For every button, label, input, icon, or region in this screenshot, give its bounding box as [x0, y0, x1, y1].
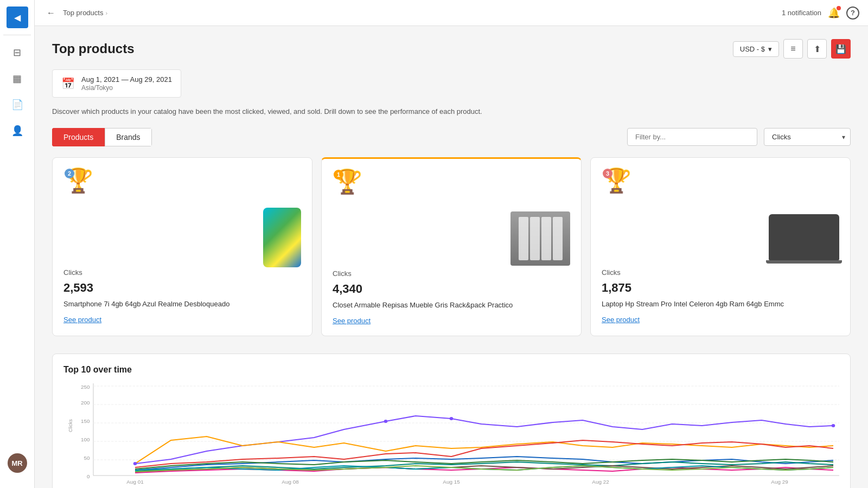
product-card-rank2: 🏆 2 Clicks 2,593 Smartphone 7i 4gb 64gb …	[52, 157, 312, 336]
chart-title: Top 10 over time	[63, 365, 839, 375]
svg-point-21	[450, 417, 454, 420]
sidebar-item-grid[interactable]: ▦	[7, 68, 28, 89]
svg-text:Aug 01: Aug 01	[126, 479, 143, 484]
save-icon: 💾	[835, 44, 846, 54]
metric-value-2: 2,593	[63, 281, 301, 295]
product-image-laptop	[769, 214, 839, 260]
svg-text:Aug 08: Aug 08	[282, 479, 298, 484]
date-range-text: Aug 1, 2021 — Aug 29, 2021 Asia/Tokyo	[81, 75, 172, 92]
product-image-area-1	[333, 216, 570, 265]
date-range-selector[interactable]: 📅 Aug 1, 2021 — Aug 29, 2021 Asia/Tokyo	[52, 69, 181, 98]
product-card-rank3: 🏆 3 Clicks 1,875 Laptop Hp Stream Pro In…	[590, 157, 851, 336]
save-button[interactable]: 💾	[831, 39, 851, 59]
filter-icon: ≡	[790, 44, 795, 54]
sidebar-item-home[interactable]: ⊟	[7, 42, 28, 63]
filter-button[interactable]: ≡	[783, 39, 803, 59]
chart-container: 0 50 100 150 200 250 Clicks Aug 01 Aug 0…	[63, 383, 839, 488]
back-icon: ←	[47, 8, 55, 18]
metric-value-1: 4,340	[333, 282, 570, 296]
product-image-area-3	[602, 215, 839, 264]
chart-section: Top 10 over time 0 50 100 150 200 250 Cl…	[52, 354, 851, 488]
closet-bar-4	[553, 217, 563, 260]
product-image-closet	[510, 211, 570, 266]
metric-value-3: 1,875	[602, 281, 839, 295]
filter-bar: Products Brands Clicks Views Sales ▾	[52, 128, 851, 146]
sidebar-top-button[interactable]: ◀	[7, 7, 28, 28]
notification-text: 1 notification	[782, 9, 821, 17]
svg-text:50: 50	[84, 455, 90, 460]
svg-text:Clicks: Clicks	[67, 419, 74, 432]
product-image-phone	[263, 208, 301, 267]
content-area: Top products USD - $ ▾ ≡ ⬆ 💾 📅	[35, 26, 868, 488]
tab-products[interactable]: Products	[52, 128, 105, 146]
sidebar-item-reports[interactable]: 📄	[7, 94, 28, 115]
svg-text:200: 200	[81, 400, 90, 405]
page-header: Top products USD - $ ▾ ≡ ⬆ 💾	[52, 39, 851, 59]
page-description: Discover which products in your catalog …	[52, 106, 851, 117]
calendar-icon: 📅	[61, 77, 75, 90]
page-title: Top products	[52, 41, 135, 56]
svg-text:Aug 29: Aug 29	[771, 479, 788, 484]
filter-right: Clicks Views Sales ▾	[627, 128, 851, 146]
avatar[interactable]: MR	[8, 453, 27, 473]
svg-text:0: 0	[87, 473, 90, 479]
rank-badge-3: 3	[603, 169, 612, 178]
export-button[interactable]: ⬆	[807, 39, 827, 59]
svg-point-20	[384, 420, 388, 423]
trophy-rank2: 🏆 2	[63, 169, 96, 207]
notification-bell[interactable]: 🔔	[828, 7, 840, 19]
trophy-rank1: 🏆 1	[333, 170, 365, 208]
product-card-rank1: 🏆 1 Clicks 4,340 Closet Armabl	[321, 157, 582, 336]
main-area: ← Top products › 1 notification 🔔 ? Top …	[35, 0, 868, 488]
trophy-rank3: 🏆 3	[602, 169, 634, 207]
chevron-icon: ›	[105, 10, 107, 16]
product-cards-row: 🏆 2 Clicks 2,593 Smartphone 7i 4gb 64gb …	[52, 157, 851, 336]
see-product-link-1[interactable]: See product	[333, 317, 570, 325]
rank-badge-1: 1	[334, 170, 343, 179]
currency-label: USD - $	[740, 45, 765, 53]
svg-point-19	[133, 462, 137, 465]
closet-bars	[519, 217, 563, 260]
metric-label-2: Clicks	[63, 268, 301, 277]
users-icon: 👤	[11, 125, 23, 137]
help-button[interactable]: ?	[846, 7, 859, 20]
closet-bar-3	[541, 217, 551, 260]
metric-label-3: Clicks	[602, 268, 839, 277]
metric-select[interactable]: Clicks Views Sales	[764, 128, 851, 146]
svg-text:100: 100	[81, 436, 90, 442]
menu-icon: ◀	[14, 12, 21, 23]
home-icon: ⊟	[13, 47, 21, 59]
notification-dot	[837, 6, 841, 10]
svg-text:250: 250	[81, 384, 90, 389]
currency-dropdown-icon: ▾	[768, 45, 772, 53]
closet-bar-2	[530, 217, 540, 260]
sidebar-divider-1	[3, 35, 30, 35]
topbar-right: 1 notification 🔔 ?	[782, 7, 859, 20]
tab-brands[interactable]: Brands	[105, 128, 151, 146]
rank-badge-2: 2	[65, 169, 74, 178]
product-name-2: Smartphone 7i 4gb 64gb Azul Realme Desbl…	[63, 299, 301, 309]
tab-group: Products Brands	[52, 128, 152, 146]
product-name-3: Laptop Hp Stream Pro Intel Celeron 4gb R…	[602, 299, 839, 309]
sidebar-item-users[interactable]: 👤	[7, 120, 28, 142]
svg-text:Aug 22: Aug 22	[592, 479, 609, 484]
product-name-1: Closet Armable Repisas Mueble Gris Rack&…	[333, 300, 570, 310]
svg-point-22	[832, 424, 835, 427]
grid-icon: ▦	[12, 73, 22, 85]
see-product-link-2[interactable]: See product	[63, 316, 301, 324]
svg-text:Aug 15: Aug 15	[443, 479, 459, 484]
back-button[interactable]: ←	[43, 5, 59, 21]
export-icon: ⬆	[814, 44, 821, 54]
breadcrumb: Top products ›	[63, 9, 107, 17]
product-image-area-2	[63, 215, 301, 264]
metric-label-1: Clicks	[333, 269, 570, 278]
header-actions: USD - $ ▾ ≡ ⬆ 💾	[733, 39, 851, 59]
filter-input[interactable]	[627, 128, 757, 146]
reports-icon: 📄	[11, 99, 23, 111]
svg-text:150: 150	[81, 418, 90, 423]
see-product-link-3[interactable]: See product	[602, 316, 839, 324]
sidebar: ◀ ⊟ ▦ 📄 👤 MR	[0, 0, 35, 488]
closet-bar-1	[519, 217, 528, 260]
currency-selector[interactable]: USD - $ ▾	[733, 41, 779, 57]
chart-svg: 0 50 100 150 200 250 Clicks Aug 01 Aug 0…	[63, 383, 839, 488]
